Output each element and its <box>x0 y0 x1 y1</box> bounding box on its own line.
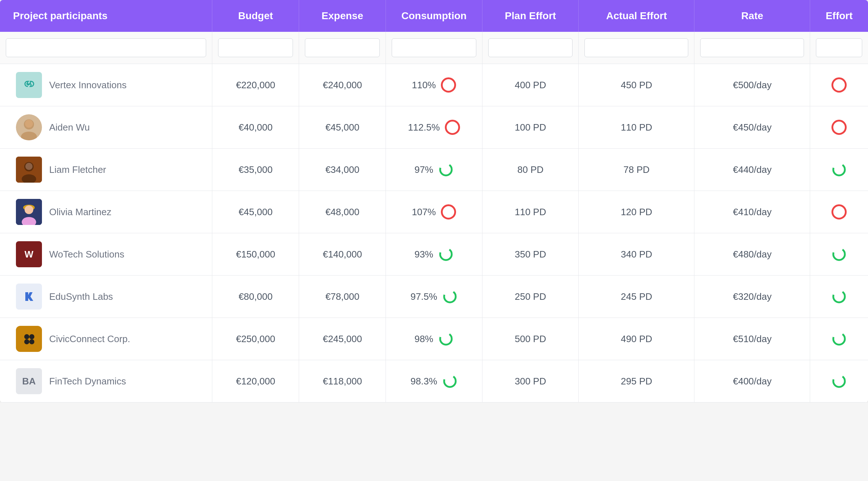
table-row: EduSynth Labs €80,000 €78,000 97.5% 250 … <box>0 276 868 318</box>
consumption-status-icon <box>438 247 454 262</box>
participant-cell: Liam Fletcher <box>0 149 212 191</box>
avatar <box>16 72 42 98</box>
consumption-cell: 97% <box>386 149 482 191</box>
consumption-cell: 107% <box>386 191 482 233</box>
actual-effort-cell: 340 PD <box>579 233 694 276</box>
consumption-status-icon <box>438 331 454 346</box>
consumption-cell: 98% <box>386 318 482 360</box>
consumption-status-icon <box>441 77 456 93</box>
filter-input-expense[interactable] <box>305 38 380 57</box>
actual-effort-cell: 110 PD <box>579 106 694 149</box>
expense-cell: €118,000 <box>299 360 386 403</box>
effort-cell <box>810 106 868 149</box>
consumption-value: 93% <box>414 249 433 260</box>
actual-effort-cell: 120 PD <box>579 191 694 233</box>
participant-cell: Aiden Wu <box>0 106 212 149</box>
filter-input-budget[interactable] <box>218 38 293 57</box>
avatar <box>16 326 42 352</box>
expense-cell: €34,000 <box>299 149 386 191</box>
consumption-cell: 98.3% <box>386 360 482 403</box>
participant-name: FinTech Dynamics <box>49 376 126 387</box>
effort-cell <box>810 233 868 276</box>
svg-point-6 <box>25 163 33 170</box>
effort-status-icon <box>831 331 847 346</box>
col-header-budget: Budget <box>212 0 299 32</box>
avatar <box>16 199 42 225</box>
consumption-value: 112.5% <box>408 122 440 133</box>
effort-cell <box>810 64 868 106</box>
table-row: CivicConnect Corp. €250,000 €245,000 98%… <box>0 318 868 360</box>
filter-input-plan-effort[interactable] <box>488 38 573 57</box>
svg-point-7 <box>440 164 452 175</box>
effort-cell <box>810 318 868 360</box>
svg-point-11 <box>25 205 33 214</box>
col-header-actual-effort: Actual Effort <box>579 0 694 32</box>
participant-name: Aiden Wu <box>49 122 90 133</box>
participant-name: Liam Fletcher <box>49 164 106 175</box>
effort-cell <box>810 360 868 403</box>
effort-status-icon <box>831 204 847 220</box>
consumption-value: 97% <box>414 164 433 175</box>
actual-effort-cell: 490 PD <box>579 318 694 360</box>
effort-cell <box>810 149 868 191</box>
participant-cell: Vertex Innovations <box>0 64 212 106</box>
filter-input-rate[interactable] <box>700 38 804 57</box>
expense-cell: €140,000 <box>299 233 386 276</box>
svg-point-23 <box>444 375 456 387</box>
col-header-participants: Project participants <box>0 0 212 32</box>
budget-cell: €120,000 <box>212 360 299 403</box>
consumption-value: 107% <box>412 207 436 218</box>
participant-name: EduSynth Labs <box>49 291 113 302</box>
header-row: Project participants Budget Expense Cons… <box>0 0 868 32</box>
actual-effort-cell: 245 PD <box>579 276 694 318</box>
svg-point-22 <box>833 333 845 345</box>
expense-cell: €78,000 <box>299 276 386 318</box>
consumption-value: 97.5% <box>410 291 437 302</box>
avatar: BA <box>16 368 42 394</box>
avatar <box>16 157 42 183</box>
avatar <box>16 284 42 310</box>
avatar <box>16 114 42 140</box>
participant-cell: W WoTech Solutions <box>0 233 212 276</box>
filter-cell-budget <box>212 32 299 64</box>
participant-name: Olivia Martinez <box>49 207 111 218</box>
rate-cell: €480/day <box>694 233 810 276</box>
svg-point-19 <box>24 339 29 344</box>
expense-cell: €245,000 <box>299 318 386 360</box>
participant-cell: CivicConnect Corp. <box>0 318 212 360</box>
rate-cell: €450/day <box>694 106 810 149</box>
actual-effort-cell: 78 PD <box>579 149 694 191</box>
budget-cell: €45,000 <box>212 191 299 233</box>
table-row: Liam Fletcher €35,000 €34,000 97% 80 PD … <box>0 149 868 191</box>
expense-cell: €48,000 <box>299 191 386 233</box>
consumption-cell: 112.5% <box>386 106 482 149</box>
col-header-expense: Expense <box>299 0 386 32</box>
rate-cell: €320/day <box>694 276 810 318</box>
svg-point-8 <box>833 164 845 175</box>
consumption-cell: 110% <box>386 64 482 106</box>
svg-point-2 <box>25 120 33 128</box>
table-row: BA FinTech Dynamics €120,000 €118,000 98… <box>0 360 868 403</box>
filter-cell-participants <box>0 32 212 64</box>
svg-point-1 <box>21 132 37 140</box>
budget-cell: €35,000 <box>212 149 299 191</box>
filter-input-effort[interactable] <box>816 38 862 57</box>
participant-name: WoTech Solutions <box>49 249 124 260</box>
actual-effort-cell: 450 PD <box>579 64 694 106</box>
svg-point-14 <box>833 248 845 260</box>
rate-cell: €500/day <box>694 64 810 106</box>
filter-input-actual-effort[interactable] <box>584 38 688 57</box>
filter-cell-actual-effort <box>579 32 694 64</box>
effort-status-icon <box>831 162 847 177</box>
svg-point-16 <box>833 291 845 302</box>
rate-cell: €440/day <box>694 149 810 191</box>
consumption-cell: 93% <box>386 233 482 276</box>
effort-status-icon <box>831 120 847 135</box>
plan-effort-cell: 100 PD <box>482 106 579 149</box>
svg-point-24 <box>833 375 845 387</box>
filter-input-consumption[interactable] <box>392 38 476 57</box>
table-row: Aiden Wu €40,000 €45,000 112.5% 100 PD 1… <box>0 106 868 149</box>
main-table-container: Project participants Budget Expense Cons… <box>0 0 868 403</box>
filter-input-participants[interactable] <box>6 38 206 57</box>
svg-point-21 <box>440 333 452 345</box>
